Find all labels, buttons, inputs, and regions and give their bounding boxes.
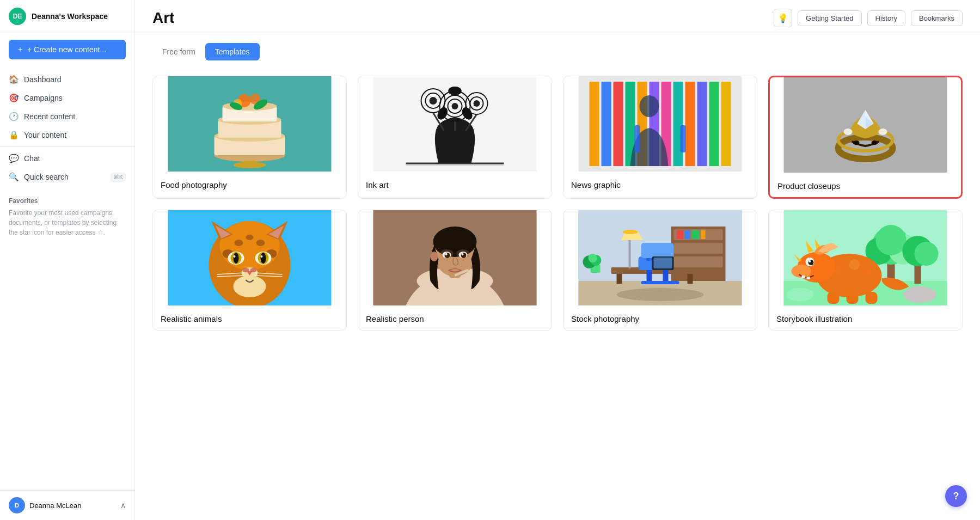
sidebar-item-chat[interactable]: 💬 Chat [0,149,134,168]
workspace-header[interactable]: DE Deanna's Workspace [0,0,134,33]
chat-icon: 💬 [9,154,19,163]
svg-point-108 [462,253,464,255]
svg-point-50 [640,95,659,117]
svg-point-131 [623,230,638,234]
svg-point-161 [849,259,860,270]
svg-rect-114 [674,243,723,254]
plus-icon: ＋ [16,45,24,54]
topbar: Art 💡 Getting Started History Bookmarks [135,0,980,34]
tabs-container: Free form Templates [135,43,980,60]
svg-point-87 [243,268,249,272]
svg-point-14 [234,162,266,168]
sidebar-nav: 🏠 Dashboard 🎯 Campaigns 🕐 Recent content… [0,66,134,191]
svg-rect-51 [635,125,640,152]
template-card-realistic-person[interactable]: Realistic person [358,210,552,331]
favorites-description: Favorite your most used campaigns, docum… [9,208,126,237]
sidebar-item-quick-search[interactable]: 🔍 Quick search ⌘K [0,168,134,186]
workspace-avatar: DE [9,8,26,25]
svg-point-156 [808,260,814,265]
svg-rect-164 [847,293,859,304]
svg-point-167 [787,288,814,301]
svg-point-100 [431,252,438,261]
template-card-food-photography[interactable]: Food photography [152,76,347,199]
svg-rect-45 [673,82,683,166]
svg-rect-116 [677,230,683,239]
user-info[interactable]: D Deanna McLean [9,497,81,513]
sidebar-item-your-content[interactable]: 🔒 Your content [0,126,134,144]
svg-point-137 [589,254,597,262]
sidebar-item-dashboard[interactable]: 🏠 Dashboard [0,70,134,89]
svg-point-67 [220,221,280,270]
svg-point-83 [234,255,236,258]
food-photography-label: Food photography [153,174,346,196]
svg-point-23 [449,87,462,95]
svg-point-61 [844,129,853,135]
svg-rect-126 [641,281,679,284]
svg-point-28 [430,97,437,105]
svg-rect-125 [663,270,669,281]
sidebar-item-campaigns[interactable]: 🎯 Campaigns [0,89,134,107]
svg-rect-163 [828,292,840,304]
svg-point-82 [261,253,266,264]
ink-art-image [358,76,552,172]
svg-rect-133 [654,258,672,268]
template-card-stock-photography[interactable]: Stock photography [563,210,757,331]
svg-rect-39 [602,82,611,166]
template-card-realistic-animals[interactable]: Realistic animals [152,210,347,331]
bookmarks-button[interactable]: Bookmarks [911,10,963,26]
svg-point-166 [904,286,936,303]
svg-point-72 [246,235,254,240]
workspace-name: Deanna's Workspace [32,12,108,21]
svg-rect-118 [692,230,700,239]
svg-point-19 [452,103,458,109]
content-area: Food photography [135,60,980,520]
create-new-button[interactable]: ＋ + Create new content... [9,40,126,59]
storybook-illustration-image [769,210,962,305]
template-card-ink-art[interactable]: Ink art [358,76,552,199]
tab-free-form[interactable]: Free form [152,43,205,60]
svg-point-81 [234,253,239,264]
template-card-product-closeups[interactable]: Product closeups [768,76,963,199]
svg-point-71 [256,240,265,246]
page-title: Art [152,9,174,33]
realistic-animals-label: Realistic animals [153,308,346,330]
svg-point-63 [853,140,860,145]
nav-divider [0,146,134,147]
realistic-person-image [358,210,552,305]
favorites-title: Favorites [9,197,126,205]
recent-icon: 🕐 [9,112,19,121]
template-card-news-graphic[interactable]: News graphic [563,76,757,199]
svg-point-88 [250,268,257,272]
help-button[interactable]: ? [945,485,967,507]
svg-rect-158 [802,276,805,278]
shortcut-badge: ⌘K [111,173,126,182]
svg-point-70 [235,240,243,246]
svg-rect-130 [629,240,631,268]
svg-point-62 [879,129,887,135]
news-graphic-image [564,76,757,172]
svg-point-160 [834,266,843,274]
getting-started-button[interactable]: Getting Started [798,10,861,26]
template-card-storybook-illustration[interactable]: Storybook illustration [768,210,963,331]
svg-rect-38 [590,82,599,166]
sidebar-item-recent-content[interactable]: 🕐 Recent content [0,107,134,126]
svg-point-148 [915,242,939,266]
content-icon: 🔒 [9,130,19,140]
product-closeups-image [770,77,961,173]
search-icon: 🔍 [9,172,19,182]
user-name: Deanna McLean [29,501,81,510]
tab-templates[interactable]: Templates [205,43,260,60]
svg-point-145 [876,225,906,255]
svg-rect-48 [709,82,719,166]
svg-rect-121 [617,274,622,284]
realistic-person-label: Realistic person [358,308,552,330]
svg-rect-128 [647,258,652,261]
user-avatar: D [9,497,25,513]
dashboard-icon: 🏠 [9,75,19,84]
light-bulb-button[interactable]: 💡 [774,9,792,27]
main-content: Art 💡 Getting Started History Bookmarks … [135,0,980,520]
svg-rect-159 [807,277,810,279]
favorites-section: Favorites Favorite your most used campai… [0,191,134,244]
food-photography-image [153,76,346,172]
history-button[interactable]: History [867,10,905,26]
